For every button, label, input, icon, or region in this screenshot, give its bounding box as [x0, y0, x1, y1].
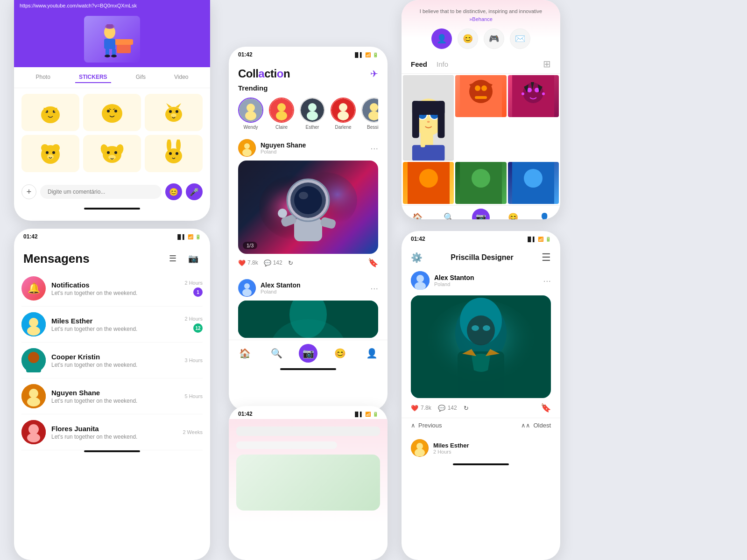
profile-feed-grid	[402, 74, 560, 205]
profile-social-smiley[interactable]: 😊	[458, 28, 478, 49]
post-bookmark-btn[interactable]: 🔖	[368, 258, 378, 268]
sticker-emoji-btn[interactable]: 😊	[165, 183, 182, 200]
trend-bessie[interactable]: Bessie	[361, 98, 378, 130]
sticker-rabbit	[160, 140, 188, 168]
feed-cell-anime[interactable]	[403, 75, 454, 161]
detail-share-btn[interactable]: ↻	[464, 405, 469, 412]
tab-stickers[interactable]: STICKERS	[75, 72, 111, 83]
msg-meta-cooper: 3 Hours	[184, 357, 203, 363]
detail-like-btn[interactable]: ❤️ 7.8k	[411, 405, 431, 412]
trend-claire[interactable]: Claire	[269, 98, 294, 130]
sticker-item[interactable]	[145, 135, 203, 172]
messages-compose-icon[interactable]: 📷	[186, 251, 201, 266]
profile-nav-home[interactable]: 🏠	[409, 209, 426, 219]
detail-comment-section: Miles Esther 2 Hours	[402, 433, 560, 460]
svg-point-37	[169, 152, 172, 155]
sticker-mic-btn[interactable]: 🎤	[186, 183, 203, 200]
post-actions-nguyen: ❤️ 7.8k 💬 142 ↻ 🔖	[238, 254, 378, 272]
svg-point-10	[41, 106, 60, 123]
msg-name-flores: Flores Juanita	[51, 425, 177, 433]
detail-share-icon: ↻	[464, 405, 469, 412]
sticker-item[interactable]	[145, 94, 203, 131]
battery-icon: 🔋	[195, 234, 201, 239]
detail-menu-icon[interactable]: ☰	[542, 252, 551, 264]
detail-bookmark-btn[interactable]: 🔖	[541, 403, 551, 413]
avatar-flores	[21, 420, 46, 444]
profile-bottom-nav: 🏠 🔍 📷 😊 👤	[402, 205, 560, 219]
sticker-add-btn[interactable]: +	[21, 184, 36, 199]
nav-home[interactable]: 🏠	[235, 344, 254, 363]
profile-grid-icon[interactable]: ⊞	[543, 58, 551, 70]
sticker-item[interactable]	[21, 94, 79, 131]
tab-gifs[interactable]: Gifs	[132, 72, 149, 83]
previous-button[interactable]: ∧ Previous	[411, 422, 442, 429]
post-image-nguyen[interactable]: 1/3	[238, 161, 378, 254]
message-item-miles[interactable]: Miles Esther Let's run together on the w…	[21, 307, 203, 343]
message-item-nguyen[interactable]: Nguyen Shane Let's run together on the w…	[21, 378, 203, 414]
oldest-button[interactable]: ∧∧ Oldest	[521, 422, 551, 429]
detail-post-image[interactable]	[411, 295, 551, 398]
post-more-nguyen[interactable]: ···	[370, 143, 378, 154]
feed-cell-blue1[interactable]	[508, 162, 559, 204]
detail-username: Priscilla Designer	[451, 253, 513, 262]
svg-point-62	[338, 111, 349, 120]
sticker-item[interactable]	[83, 94, 141, 131]
profile-nav-emoji[interactable]: 😊	[505, 209, 521, 219]
sticker-comment-input[interactable]	[40, 185, 162, 199]
feed-cell-robot[interactable]	[455, 75, 506, 117]
sticker-item[interactable]	[83, 135, 141, 172]
feed-cell-yellow1[interactable]	[403, 162, 454, 204]
nav-chat[interactable]: 😊	[331, 344, 349, 363]
tab-info[interactable]: Info	[437, 60, 448, 68]
svg-point-67	[244, 143, 250, 149]
profile-social-people[interactable]: 👤	[431, 28, 452, 49]
profile-nav-person[interactable]: 👤	[536, 209, 553, 219]
trend-darlene[interactable]: Darlene	[331, 98, 356, 130]
neon-portrait	[512, 75, 554, 117]
svg-point-49	[28, 424, 39, 434]
bottom-nav-collaction: 🏠 🔍 📷 😊 👤	[229, 340, 388, 364]
feed-cell-neon[interactable]	[508, 75, 559, 117]
detail-comment-btn[interactable]: 💬 142	[438, 405, 457, 412]
profile-nav-camera-active[interactable]: 📷	[472, 209, 490, 219]
tab-feed[interactable]: Feed	[411, 60, 427, 68]
profile-detail-card: 01:42 ▐▌▌ 📶 🔋 ⚙️ Priscilla Designer ☰ Al…	[402, 231, 560, 560]
post-image-alex[interactable]	[238, 301, 378, 338]
tab-photo[interactable]: Photo	[32, 72, 54, 83]
post-comment-btn[interactable]: 💬 142	[264, 259, 282, 266]
nav-camera[interactable]: 📷	[299, 344, 317, 363]
sticker-item[interactable]	[21, 135, 79, 172]
signal-icon: ▐▌▌	[176, 234, 186, 239]
message-item-cooper[interactable]: Cooper Kristin Let's run together on the…	[21, 343, 203, 378]
blue1-img	[512, 162, 554, 204]
tab-video[interactable]: Video	[170, 72, 192, 83]
collaction-send-icon[interactable]: ✈	[370, 68, 378, 79]
trend-esther[interactable]: Esther	[300, 98, 325, 130]
messages-header: Mensagens ☰ 📷	[14, 242, 210, 271]
trend-wendy[interactable]: Wendy	[238, 98, 263, 130]
profile-social-gamepad[interactable]: 🎮	[484, 28, 504, 49]
message-item-flores[interactable]: Flores Juanita Let's run together on the…	[21, 414, 203, 450]
profile-social-mail[interactable]: ✉️	[510, 28, 530, 49]
post-like-btn[interactable]: ❤️ 7.8k	[238, 259, 258, 266]
message-item-notificatios[interactable]: 🔔 Notificatios Let's run together on the…	[21, 271, 203, 307]
sticker-tabs: Photo STICKERS Gifs Video	[14, 67, 210, 88]
messages-filter-icon[interactable]: ☰	[165, 251, 180, 266]
post-share-btn[interactable]: ↻	[288, 259, 293, 266]
home-indicator	[84, 208, 140, 210]
profile-behance-link[interactable]: »Behance	[469, 16, 493, 22]
nav-profile[interactable]: 👤	[362, 344, 381, 363]
detail-post-more[interactable]: ···	[543, 275, 551, 286]
post-more-alex[interactable]: ···	[370, 283, 378, 294]
settings-icon[interactable]: ⚙️	[411, 252, 423, 263]
svg-point-74	[299, 192, 308, 199]
svg-rect-1	[114, 39, 133, 45]
partial-line1	[236, 427, 380, 436]
post-like-count: 7.8k	[247, 259, 258, 266]
feed-cell-yellow2[interactable]	[455, 162, 506, 204]
profile-nav-search[interactable]: 🔍	[440, 209, 457, 219]
status-icons-messages: ▐▌▌ 📶 🔋	[176, 234, 201, 239]
detail-actions: ❤️ 7.8k 💬 142 ↻ 🔖	[402, 398, 560, 418]
sticker-tiger	[98, 98, 126, 126]
nav-search[interactable]: 🔍	[267, 344, 286, 363]
